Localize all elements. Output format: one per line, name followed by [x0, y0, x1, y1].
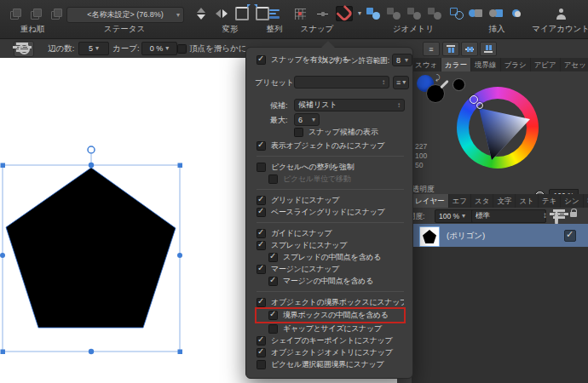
pentagon-shape[interactable] [6, 168, 176, 328]
snap-line-button[interactable] [314, 6, 331, 21]
document-status-dropdown[interactable]: <名称未設定> (76.8%) ▾ [66, 7, 184, 23]
snap-option-row[interactable]: オブジェクトジオメトリにスナップ [257, 346, 404, 358]
snap-option-checkbox[interactable] [257, 229, 266, 238]
my-account-button[interactable] [551, 6, 571, 21]
color-tab-2[interactable]: 境界線 [471, 58, 501, 71]
layer-opacity-dropdown[interactable]: 100 %▾ [435, 209, 476, 223]
layer-visibility-checkbox[interactable] [564, 230, 576, 242]
layers-tab-0[interactable]: レイヤー [412, 194, 449, 208]
boolean-divide-button[interactable] [448, 6, 465, 21]
preset-menu-button[interactable]: ≡▾ [393, 76, 409, 89]
snap-option-row[interactable]: マージンの中間点を含める [257, 275, 404, 287]
snapping-toggle-button[interactable] [336, 6, 353, 21]
layer-row[interactable]: (ポリゴン) [412, 224, 588, 247]
triangle-selector[interactable] [476, 102, 483, 109]
snap-option-row[interactable]: 表示オブジェクトのみにスナップ [257, 140, 404, 151]
snap-option-checkbox[interactable] [268, 253, 278, 262]
curve-stepper[interactable]: 0 %▾ [141, 42, 177, 55]
boolean-intersect-button[interactable] [406, 6, 423, 21]
insert-top-button[interactable] [508, 6, 525, 21]
align-middle-icon [465, 45, 474, 53]
snap-option-checkbox[interactable] [257, 348, 266, 357]
snap-option-checkbox[interactable] [257, 241, 266, 250]
snap-option-row[interactable]: グリッドにスナップ [257, 194, 404, 206]
layers-tab-5[interactable]: テキ [539, 194, 561, 208]
show-candidates-row[interactable]: スナップ候補の表示 [294, 127, 378, 138]
snap-option-checkbox[interactable] [257, 141, 266, 151]
snap-option-checkbox[interactable] [257, 163, 266, 172]
boolean-add-button[interactable] [365, 6, 382, 21]
color-tab-4[interactable]: アピア [531, 58, 561, 71]
layers-tab-1[interactable]: エフ [449, 194, 471, 208]
shape-settings-button[interactable] [14, 41, 34, 57]
boolean-intersect-icon [407, 8, 421, 20]
lock-icon[interactable] [570, 212, 577, 217]
snap-option-checkbox[interactable] [257, 265, 266, 274]
layers-tab-2[interactable]: スタ [471, 194, 493, 208]
layers-tab-3[interactable]: 文字 [493, 194, 516, 208]
snap-option-row[interactable]: スプレッドにスナップ [257, 239, 404, 251]
preset-dropdown[interactable]: ↕ [294, 76, 389, 89]
snap-option-row[interactable]: オブジェクトの境界ボックスにスナップ [257, 296, 404, 308]
snap-option-row[interactable]: ピクセル選択範囲境界にスナップ [257, 358, 404, 370]
snapping-options-caret[interactable]: ▾ [355, 6, 365, 21]
snap-option-row[interactable]: マージンにスナップ [257, 263, 404, 275]
snap-option-checkbox[interactable] [257, 196, 266, 205]
boolean-xor-button[interactable] [426, 6, 443, 21]
snap-option-row[interactable]: 境界ボックスの中間点を含める [257, 309, 404, 322]
flip-horizontal-button[interactable] [213, 6, 230, 21]
snap-option-checkbox[interactable] [257, 208, 266, 217]
alignment-button[interactable] [266, 6, 283, 21]
snap-option-label: ガイドにスナップ [271, 228, 331, 239]
layers-tab-7[interactable]: 等角 [584, 194, 588, 208]
color-tab-5[interactable]: アセッ [561, 58, 588, 71]
layers-tab-6[interactable]: シン [561, 194, 583, 208]
color-tab-3[interactable]: ブラシ [501, 58, 531, 71]
snap-option-row[interactable]: ギャップとサイズにスナップ [257, 323, 404, 334]
snap-option-row[interactable]: ピクセル単位で移動 [257, 173, 404, 185]
snap-option-checkbox[interactable] [268, 324, 278, 334]
snap-option-row[interactable]: ガイドにスナップ [257, 227, 404, 239]
rotate-ccw-button[interactable] [233, 6, 251, 21]
blend-mode-value: 標準 [476, 211, 490, 221]
snap-option-row[interactable]: シェイプのキーポイントにスナップ [257, 334, 404, 346]
swap-colors-icon[interactable]: ⤸ [435, 73, 440, 83]
snap-option-checkbox[interactable] [268, 311, 278, 320]
blend-options-icon[interactable]: ↕ [543, 210, 547, 220]
pixel-grid-button[interactable] [291, 6, 308, 21]
arrange-forward-button[interactable] [7, 6, 24, 21]
snap-option-checkbox[interactable] [268, 277, 278, 286]
color-wheel[interactable] [457, 87, 539, 169]
align-bottom-button[interactable] [480, 42, 497, 56]
blend-mode-dropdown[interactable]: 標準 [471, 209, 546, 223]
snap-option-row[interactable]: ベースライングリッドにスナップ [257, 206, 404, 218]
color-tab-1[interactable]: カラー [441, 58, 471, 71]
layers-tab-4[interactable]: スト [516, 194, 538, 208]
smooth-points-checkbox[interactable] [177, 44, 187, 54]
tolerance-dropdown[interactable]: 8▾ [392, 54, 412, 66]
insert-inside-button[interactable] [467, 6, 484, 21]
align-top-button[interactable] [442, 42, 459, 56]
snap-option-row[interactable]: スプレッドの中間点を含める [257, 251, 404, 263]
boolean-subtract-button[interactable] [385, 6, 402, 21]
rotation-handle[interactable] [88, 146, 95, 153]
show-candidates-checkbox[interactable] [294, 128, 303, 137]
eyedropper-icon[interactable] [440, 80, 449, 89]
snap-option-checkbox[interactable] [257, 336, 266, 346]
snap-option-checkbox[interactable] [268, 174, 278, 184]
enable-snapping-checkbox[interactable] [257, 55, 266, 65]
snap-option-checkbox[interactable] [257, 298, 266, 307]
arrange-level-button[interactable] [48, 6, 65, 21]
align-middle-button[interactable] [461, 42, 478, 56]
flip-vertical-button[interactable] [193, 6, 210, 21]
sides-stepper[interactable]: 5▾ [78, 42, 109, 55]
distribute-menu-button[interactable]: ≡ [423, 42, 440, 56]
color-tab-0[interactable]: スウォ [412, 58, 441, 71]
insert-behind-button[interactable] [487, 6, 504, 21]
snap-option-checkbox[interactable] [257, 360, 266, 369]
max-dropdown[interactable]: 6▾ [294, 113, 320, 126]
layer-list-empty-area[interactable] [412, 247, 588, 383]
arrange-backward-button[interactable] [27, 6, 44, 21]
candidates-dropdown[interactable]: 候補リスト↕ [294, 99, 405, 111]
snap-option-row[interactable]: ピクセルへの整列を強制 [257, 161, 404, 173]
